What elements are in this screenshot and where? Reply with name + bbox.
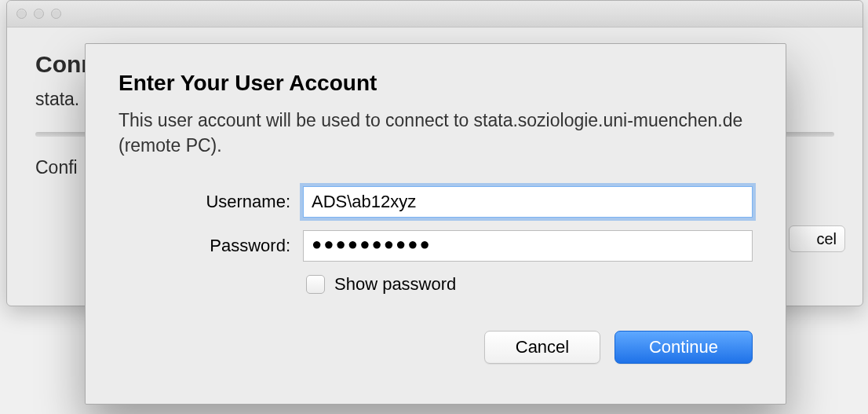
password-label: Password: bbox=[119, 236, 303, 256]
parent-cancel-button-peek[interactable]: cel bbox=[789, 225, 845, 252]
minimize-icon[interactable] bbox=[34, 9, 44, 19]
continue-button[interactable]: Continue bbox=[615, 331, 753, 364]
cancel-button-label: Cancel bbox=[516, 337, 569, 357]
username-label: Username: bbox=[119, 192, 303, 212]
sheet-heading: Enter Your User Account bbox=[119, 71, 753, 96]
continue-button-label: Continue bbox=[649, 337, 718, 357]
show-password-checkbox[interactable] bbox=[306, 275, 325, 294]
titlebar bbox=[7, 1, 863, 27]
show-password-label: Show password bbox=[334, 274, 456, 295]
parent-cancel-label-peek: cel bbox=[816, 230, 837, 248]
cancel-button[interactable]: Cancel bbox=[484, 331, 600, 364]
zoom-icon[interactable] bbox=[51, 9, 61, 19]
username-field[interactable] bbox=[303, 186, 753, 218]
sheet-description: This user account will be used to connec… bbox=[119, 108, 753, 158]
close-icon[interactable] bbox=[16, 9, 27, 19]
credentials-sheet: Enter Your User Account This user accoun… bbox=[85, 43, 786, 405]
password-field[interactable]: ●●●●●●●●●● bbox=[303, 230, 753, 262]
